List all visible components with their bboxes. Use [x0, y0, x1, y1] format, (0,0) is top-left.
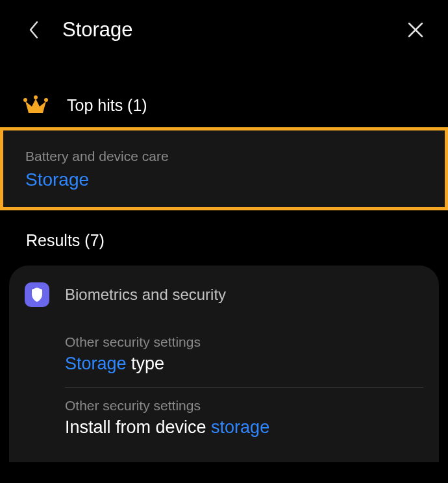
- result-item[interactable]: Other security settings Storage type: [9, 324, 439, 387]
- result-title: Storage type: [65, 354, 423, 374]
- page-title: Storage: [62, 18, 403, 42]
- top-hit-breadcrumb: Battery and device care: [25, 149, 423, 164]
- top-hits-label: Top hits (1): [67, 96, 147, 115]
- top-hits-header: Top hits (1): [0, 95, 448, 116]
- result-group-header: Biometrics and security: [9, 282, 439, 324]
- result-title: Install from device storage: [65, 417, 423, 438]
- top-hit-item[interactable]: Battery and device care Storage: [0, 127, 448, 210]
- back-button[interactable]: [21, 20, 47, 40]
- shield-icon: [25, 282, 49, 307]
- close-button[interactable]: [403, 21, 429, 38]
- chevron-left-icon: [28, 20, 40, 40]
- svg-point-2: [44, 98, 48, 102]
- svg-point-0: [23, 98, 27, 102]
- crown-icon: [23, 95, 49, 116]
- top-hit-title: Storage: [25, 169, 423, 190]
- result-item[interactable]: Other security settings Install from dev…: [9, 388, 439, 451]
- close-icon: [407, 21, 424, 38]
- result-group-title: Biometrics and security: [65, 286, 226, 304]
- result-breadcrumb: Other security settings: [65, 334, 423, 350]
- results-label: Results (7): [0, 231, 448, 250]
- results-container: Biometrics and security Other security s…: [9, 266, 439, 462]
- header-bar: Storage: [0, 0, 448, 48]
- result-breadcrumb: Other security settings: [65, 398, 423, 414]
